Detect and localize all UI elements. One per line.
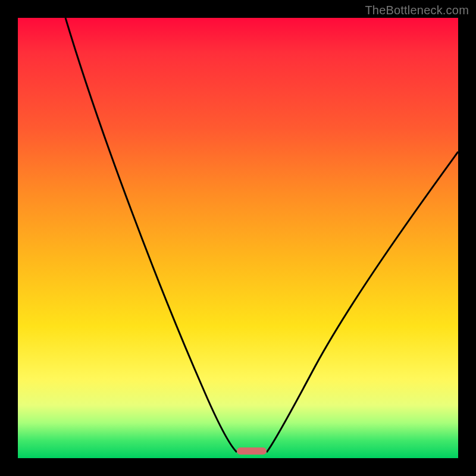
- watermark-text: TheBottleneck.com: [365, 4, 469, 17]
- dip-marker: [237, 447, 267, 455]
- background-gradient: [18, 18, 458, 458]
- plot-frame: [18, 18, 458, 458]
